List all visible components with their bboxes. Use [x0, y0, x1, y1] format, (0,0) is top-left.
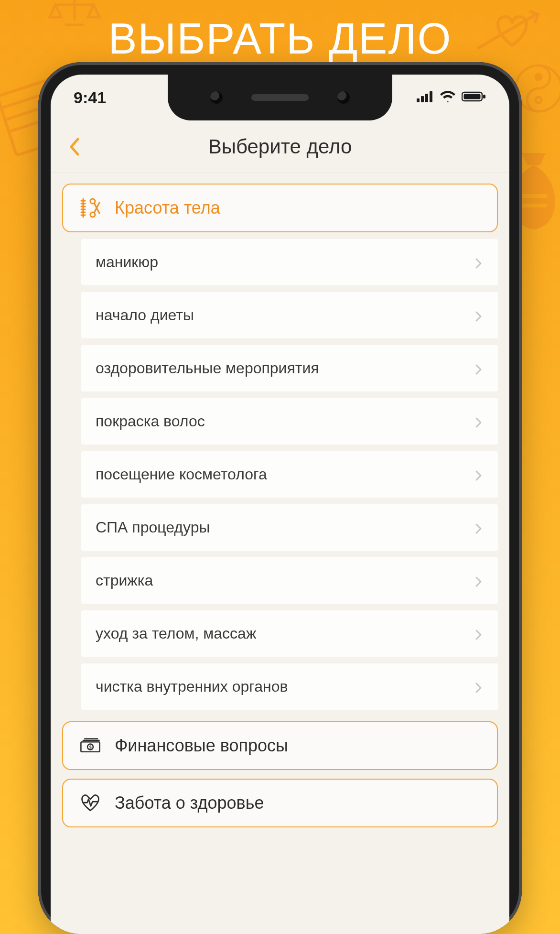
list-item[interactable]: стрижка: [81, 557, 498, 604]
promo-title: ВЫБРАТЬ ДЕЛО: [0, 14, 560, 64]
list-item[interactable]: уход за телом, массаж: [81, 610, 498, 657]
list-item-label: оздоровительные мероприятия: [96, 359, 319, 377]
list-item-label: СПА процедуры: [96, 519, 210, 536]
list-item-label: уход за телом, массаж: [96, 625, 256, 642]
svg-rect-5: [421, 96, 424, 102]
wifi-icon: [440, 91, 456, 104]
list-item[interactable]: СПА процедуры: [81, 504, 498, 551]
svg-point-1: [516, 65, 560, 111]
list-item[interactable]: начало диеты: [81, 292, 498, 338]
category-health[interactable]: Забота о здоровье: [62, 779, 498, 827]
list-item-label: маникюр: [96, 253, 158, 271]
screen: 9:41 Выберите дело: [51, 75, 509, 934]
back-button[interactable]: [64, 136, 85, 157]
svg-point-3: [536, 97, 541, 103]
chevron-left-icon: [68, 137, 81, 156]
item-list-beauty: маникюр начало диеты оздоровительные мер…: [81, 239, 498, 710]
svg-rect-7: [430, 91, 432, 102]
list-item[interactable]: оздоровительные мероприятия: [81, 345, 498, 391]
content-scroll[interactable]: Красота тела маникюр начало диеты оздоро…: [51, 173, 509, 934]
svg-rect-10: [483, 95, 485, 98]
status-time: 9:41: [74, 88, 106, 107]
notch: [168, 75, 392, 120]
list-item[interactable]: чистка внутренних органов: [81, 663, 498, 710]
svg-point-2: [536, 74, 541, 80]
list-item-label: посещение косметолога: [96, 466, 267, 483]
list-item[interactable]: посещение косметолога: [81, 451, 498, 498]
list-item-label: покраска волос: [96, 413, 205, 430]
list-item-label: чистка внутренних органов: [96, 678, 288, 695]
comb-scissors-icon: [79, 197, 101, 219]
list-item[interactable]: маникюр: [81, 239, 498, 285]
money-stack-icon: $: [79, 735, 101, 757]
svg-rect-9: [464, 94, 481, 99]
category-label: Забота о здоровье: [115, 793, 264, 813]
category-label: Финансовые вопросы: [115, 736, 288, 756]
battery-icon: [462, 91, 486, 104]
cellular-icon: [417, 91, 434, 104]
chevron-right-icon: [475, 258, 485, 267]
chevron-right-icon: [475, 417, 485, 426]
phone-frame: 9:41 Выберите дело: [38, 62, 522, 934]
heartbeat-icon: [79, 792, 101, 814]
svg-text:$: $: [89, 745, 92, 749]
svg-rect-4: [417, 98, 420, 102]
chevron-right-icon: [475, 364, 485, 373]
nav-header: Выберите дело: [51, 120, 509, 173]
chevron-right-icon: [475, 523, 485, 532]
list-item-label: начало диеты: [96, 306, 194, 324]
chevron-right-icon: [475, 311, 485, 320]
chevron-right-icon: [475, 629, 485, 639]
chevron-right-icon: [475, 682, 485, 692]
chevron-right-icon: [475, 470, 485, 479]
page-title: Выберите дело: [208, 135, 352, 158]
chevron-right-icon: [475, 576, 485, 586]
category-label: Красота тела: [115, 198, 220, 218]
svg-rect-6: [425, 94, 428, 102]
category-finance[interactable]: $ Финансовые вопросы: [62, 721, 498, 770]
category-beauty[interactable]: Красота тела: [62, 184, 498, 232]
front-sensor-icon: [337, 91, 350, 104]
list-item-label: стрижка: [96, 572, 153, 589]
list-item[interactable]: покраска волос: [81, 398, 498, 445]
speaker-grille: [251, 94, 309, 101]
front-camera-icon: [210, 91, 223, 104]
